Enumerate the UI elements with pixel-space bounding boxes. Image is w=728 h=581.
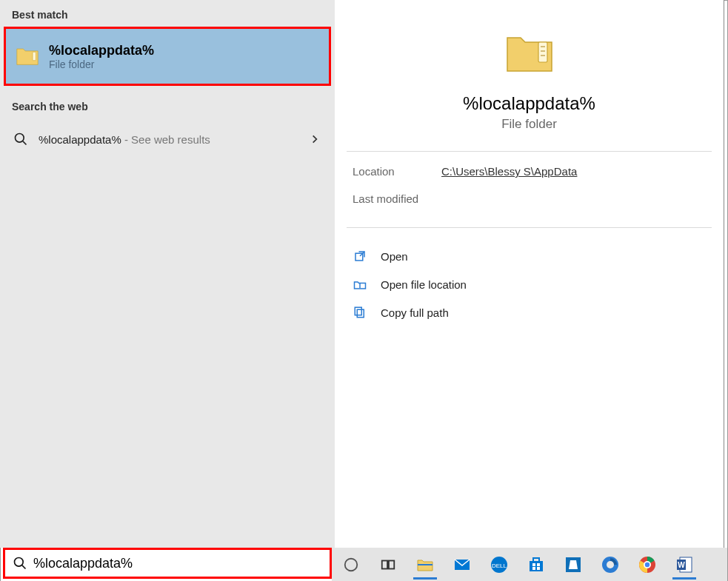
word-icon[interactable]: W <box>674 554 695 575</box>
web-result-hint: - See web results <box>121 133 210 146</box>
action-open-label: Open <box>381 250 408 263</box>
svg-rect-0 <box>33 52 36 60</box>
action-open[interactable]: Open <box>353 249 706 263</box>
svg-line-2 <box>23 141 27 145</box>
svg-rect-22 <box>532 563 535 566</box>
svg-rect-9 <box>357 309 364 318</box>
edge-icon[interactable] <box>600 554 621 575</box>
web-result-label: %localappdata% <box>39 133 121 146</box>
svg-marker-27 <box>569 560 578 569</box>
svg-rect-20 <box>530 561 543 571</box>
location-value[interactable]: C:\Users\Blessy S\AppData <box>441 165 577 178</box>
search-icon <box>13 556 27 571</box>
search-box[interactable] <box>3 548 332 579</box>
best-match-heading: Best match <box>0 0 335 27</box>
mail-icon[interactable] <box>452 554 472 575</box>
svg-rect-24 <box>532 567 535 570</box>
taskbar: DELL W <box>332 548 727 581</box>
svg-text:W: W <box>678 561 685 569</box>
best-match-title: %localappdata% <box>49 43 154 58</box>
search-input[interactable] <box>27 553 322 574</box>
best-match-subtitle: File folder <box>49 58 154 70</box>
svg-rect-10 <box>355 307 361 315</box>
action-open-location-label: Open file location <box>381 278 467 291</box>
location-label: Location <box>353 165 441 178</box>
svg-rect-21 <box>533 558 539 562</box>
open-location-icon <box>353 277 367 292</box>
svg-point-1 <box>16 134 24 143</box>
preview-title: %localappdata% <box>463 93 595 114</box>
action-open-file-location[interactable]: Open file location <box>353 277 706 292</box>
open-icon <box>353 249 367 263</box>
svg-point-32 <box>645 562 649 566</box>
svg-point-29 <box>607 561 614 568</box>
web-search-result[interactable]: %localappdata% - See web results <box>0 123 335 155</box>
svg-point-11 <box>15 558 24 567</box>
svg-line-12 <box>22 565 26 569</box>
task-view-icon[interactable] <box>378 554 398 575</box>
svg-rect-3 <box>538 42 547 62</box>
svg-rect-23 <box>537 563 540 566</box>
folder-icon <box>15 44 40 69</box>
results-list: Best match %localappdata% File folder Se… <box>0 0 335 548</box>
store-icon[interactable] <box>526 554 547 575</box>
action-copy-full-path[interactable]: Copy full path <box>353 305 706 320</box>
search-icon <box>13 132 28 147</box>
svg-rect-15 <box>389 560 394 568</box>
dell-icon[interactable]: DELL <box>489 554 510 575</box>
svg-point-13 <box>345 558 358 571</box>
search-web-heading: Search the web <box>0 92 335 118</box>
search-results-panel: Best match %localappdata% File folder Se… <box>0 0 724 548</box>
preview-pane: %localappdata% File folder Location C:\U… <box>335 0 724 548</box>
file-explorer-icon[interactable] <box>415 554 435 575</box>
folder-icon-large <box>503 27 556 80</box>
preview-subtitle: File folder <box>501 117 557 132</box>
svg-rect-25 <box>537 567 540 570</box>
action-copy-path-label: Copy full path <box>381 306 449 319</box>
chrome-icon[interactable] <box>637 554 658 575</box>
last-modified-label: Last modified <box>353 192 441 205</box>
svg-text:DELL: DELL <box>492 562 507 569</box>
best-match-result[interactable]: %localappdata% File folder <box>4 27 331 86</box>
cortana-icon[interactable] <box>341 554 361 575</box>
copy-icon <box>353 305 367 320</box>
chevron-right-icon <box>308 132 321 146</box>
azure-icon[interactable] <box>563 554 584 575</box>
svg-rect-14 <box>382 560 387 568</box>
svg-rect-16 <box>418 564 433 565</box>
